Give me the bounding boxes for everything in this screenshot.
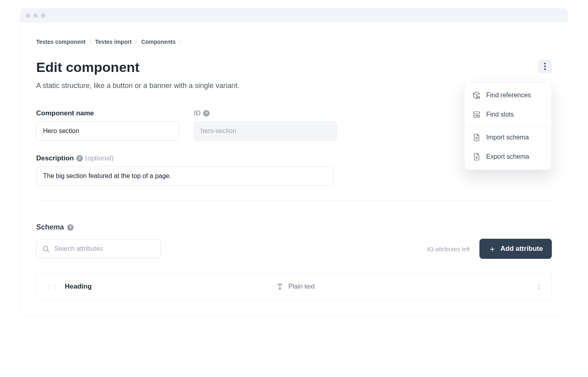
breadcrumb-separator: / <box>136 39 137 45</box>
content-area: Testes component / Testes import / Compo… <box>20 23 568 316</box>
svg-rect-2 <box>474 115 477 117</box>
page-header: Edit component <box>36 59 552 82</box>
id-label-text: ID <box>194 109 201 117</box>
component-name-input[interactable] <box>36 121 179 141</box>
menu-export-schema[interactable]: Export schema <box>465 147 551 166</box>
description-field: Description ? (optional) <box>36 154 334 186</box>
schema-toolbar: 43 attributes left ＋ Add attribute <box>36 239 552 259</box>
attribute-name: Heading <box>65 283 92 291</box>
breadcrumb-separator: / <box>180 39 181 45</box>
menu-import-schema[interactable]: Import schema <box>465 128 551 147</box>
id-field: ID ? <box>194 109 337 141</box>
attribute-type: Plain text <box>276 283 315 290</box>
menu-divider <box>465 126 551 126</box>
svg-point-4 <box>43 246 48 251</box>
search-icon <box>42 245 50 253</box>
title-bar <box>20 8 568 23</box>
attributes-remaining: 43 attributes left <box>427 246 470 252</box>
add-attribute-button[interactable]: ＋ Add attribute <box>479 239 552 259</box>
help-icon[interactable]: ? <box>67 224 74 231</box>
description-input[interactable] <box>36 166 334 186</box>
attribute-type-label: Plain text <box>288 283 315 290</box>
vertical-dots-icon <box>544 63 546 70</box>
schema-heading-text: Schema <box>36 223 64 232</box>
menu-item-label: Find slots <box>486 111 514 118</box>
actions-dropdown: Find references Find slots Import schema <box>464 82 552 170</box>
traffic-light-maximize[interactable] <box>41 13 45 18</box>
breadcrumb-item[interactable]: Testes import <box>95 39 132 45</box>
optional-hint: (optional) <box>85 154 114 162</box>
plus-icon: ＋ <box>488 245 496 253</box>
svg-rect-3 <box>478 115 480 117</box>
component-name-field: Component name <box>36 109 179 141</box>
file-export-icon <box>473 153 481 161</box>
menu-find-slots[interactable]: Find slots <box>465 105 551 124</box>
more-actions-button[interactable] <box>538 59 552 73</box>
menu-item-label: Import schema <box>486 134 529 141</box>
cube-search-icon <box>473 91 481 99</box>
breadcrumb-separator: / <box>90 39 91 45</box>
schema-heading: Schema ? <box>36 223 552 232</box>
id-label: ID ? <box>194 109 337 117</box>
id-input <box>194 121 337 141</box>
svg-rect-1 <box>474 112 480 114</box>
traffic-light-minimize[interactable] <box>33 13 38 18</box>
svg-point-5 <box>539 284 539 285</box>
file-import-icon <box>473 133 481 141</box>
breadcrumb-item[interactable]: Testes component <box>36 39 86 45</box>
attribute-row[interactable]: ⋮⋮ Heading Plain text <box>36 273 552 300</box>
traffic-light-close[interactable] <box>26 13 30 18</box>
description-label: Description ? (optional) <box>36 154 334 162</box>
help-icon[interactable]: ? <box>203 110 210 117</box>
menu-find-references[interactable]: Find references <box>465 86 551 105</box>
svg-point-6 <box>539 286 539 287</box>
breadcrumb-item[interactable]: Components <box>141 39 176 45</box>
menu-item-label: Find references <box>486 92 531 99</box>
svg-point-7 <box>539 288 539 289</box>
page-title: Edit component <box>36 59 140 75</box>
layout-slots-icon <box>473 111 481 119</box>
search-attributes-wrap <box>36 239 161 258</box>
menu-item-label: Export schema <box>486 153 529 160</box>
search-attributes-input[interactable] <box>36 239 161 258</box>
description-label-text: Description <box>36 154 74 162</box>
add-attribute-label: Add attribute <box>500 245 543 253</box>
app-window: Testes component / Testes import / Compo… <box>20 8 568 316</box>
section-divider <box>36 200 552 201</box>
schema-toolbar-right: 43 attributes left ＋ Add attribute <box>427 239 552 259</box>
attribute-more-button[interactable] <box>535 283 543 290</box>
text-type-icon <box>276 283 284 290</box>
component-name-label: Component name <box>36 109 179 117</box>
drag-handle-icon[interactable]: ⋮⋮ <box>45 283 58 290</box>
help-icon[interactable]: ? <box>76 155 83 162</box>
breadcrumb: Testes component / Testes import / Compo… <box>36 39 552 45</box>
